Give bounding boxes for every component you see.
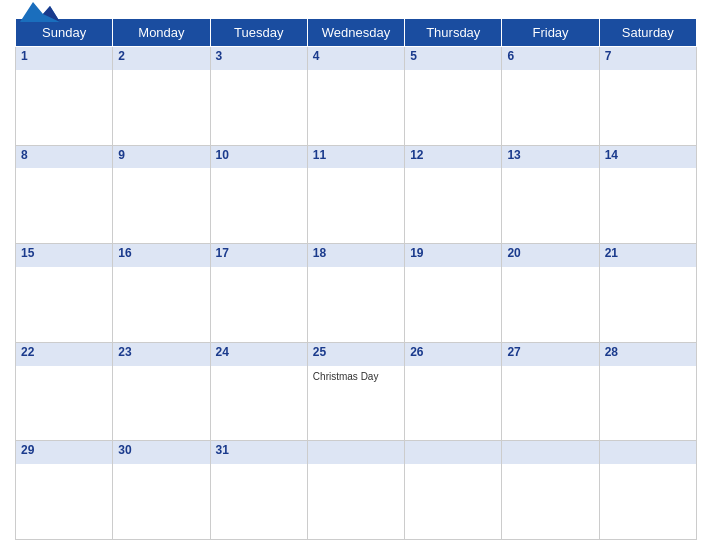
event-cell bbox=[16, 267, 113, 342]
day-header-tuesday: Tuesday bbox=[210, 19, 307, 47]
date-number: 17 bbox=[216, 246, 302, 260]
event-cell bbox=[599, 267, 696, 342]
event-cell bbox=[113, 267, 210, 342]
date-num-cell bbox=[307, 441, 404, 464]
date-number: 31 bbox=[216, 443, 302, 457]
date-number: 4 bbox=[313, 49, 399, 63]
date-num-cell: 24 bbox=[210, 342, 307, 365]
event-cell bbox=[599, 168, 696, 243]
date-number: 13 bbox=[507, 148, 593, 162]
event-cell bbox=[307, 267, 404, 342]
date-num-cell: 27 bbox=[502, 342, 599, 365]
event-cell bbox=[502, 70, 599, 145]
date-num-cell: 23 bbox=[113, 342, 210, 365]
date-number: 3 bbox=[216, 49, 302, 63]
date-number: 10 bbox=[216, 148, 302, 162]
date-num-cell: 22 bbox=[16, 342, 113, 365]
event-cell bbox=[502, 366, 599, 441]
date-number: 7 bbox=[605, 49, 691, 63]
event-cell bbox=[599, 70, 696, 145]
event-cell bbox=[210, 267, 307, 342]
week-event-row-4 bbox=[16, 464, 697, 539]
event-cell bbox=[210, 168, 307, 243]
event-cell bbox=[405, 464, 502, 539]
date-num-cell: 12 bbox=[405, 145, 502, 168]
date-num-cell: 5 bbox=[405, 47, 502, 70]
week-event-row-2 bbox=[16, 267, 697, 342]
date-num-cell: 2 bbox=[113, 47, 210, 70]
event-cell bbox=[113, 70, 210, 145]
date-number: 23 bbox=[118, 345, 204, 359]
logo bbox=[15, 0, 65, 28]
date-num-cell: 30 bbox=[113, 441, 210, 464]
day-header-wednesday: Wednesday bbox=[307, 19, 404, 47]
event-cell bbox=[502, 168, 599, 243]
date-number: 28 bbox=[605, 345, 691, 359]
date-num-cell bbox=[405, 441, 502, 464]
week-num-row-2: 15161718192021 bbox=[16, 244, 697, 267]
date-number: 5 bbox=[410, 49, 496, 63]
week-num-row-0: 1234567 bbox=[16, 47, 697, 70]
event-label: Christmas Day bbox=[313, 371, 399, 382]
event-cell bbox=[307, 168, 404, 243]
event-cell bbox=[599, 464, 696, 539]
date-number: 16 bbox=[118, 246, 204, 260]
date-num-cell: 25 bbox=[307, 342, 404, 365]
week-num-row-3: 22232425262728 bbox=[16, 342, 697, 365]
date-number: 19 bbox=[410, 246, 496, 260]
date-num-cell: 21 bbox=[599, 244, 696, 267]
event-cell bbox=[405, 168, 502, 243]
event-cell bbox=[16, 366, 113, 441]
date-num-cell: 18 bbox=[307, 244, 404, 267]
event-cell bbox=[502, 267, 599, 342]
week-event-row-3: Christmas Day bbox=[16, 366, 697, 441]
date-number: 2 bbox=[118, 49, 204, 63]
event-cell bbox=[405, 366, 502, 441]
date-number: 29 bbox=[21, 443, 107, 457]
date-num-cell: 28 bbox=[599, 342, 696, 365]
event-cell bbox=[502, 464, 599, 539]
date-num-cell: 16 bbox=[113, 244, 210, 267]
day-header-row: SundayMondayTuesdayWednesdayThursdayFrid… bbox=[16, 19, 697, 47]
date-number: 24 bbox=[216, 345, 302, 359]
week-event-row-0 bbox=[16, 70, 697, 145]
event-cell bbox=[16, 70, 113, 145]
date-num-cell bbox=[502, 441, 599, 464]
date-num-cell: 10 bbox=[210, 145, 307, 168]
date-number: 1 bbox=[21, 49, 107, 63]
event-cell bbox=[307, 464, 404, 539]
week-num-row-1: 891011121314 bbox=[16, 145, 697, 168]
event-cell: Christmas Day bbox=[307, 366, 404, 441]
date-num-cell: 15 bbox=[16, 244, 113, 267]
date-num-cell: 13 bbox=[502, 145, 599, 168]
date-num-cell: 4 bbox=[307, 47, 404, 70]
date-num-cell: 11 bbox=[307, 145, 404, 168]
date-number: 9 bbox=[118, 148, 204, 162]
event-cell bbox=[405, 70, 502, 145]
event-cell bbox=[210, 464, 307, 539]
date-num-cell: 19 bbox=[405, 244, 502, 267]
date-num-cell: 29 bbox=[16, 441, 113, 464]
date-number: 25 bbox=[313, 345, 399, 359]
event-cell bbox=[599, 366, 696, 441]
date-num-cell bbox=[599, 441, 696, 464]
day-header-saturday: Saturday bbox=[599, 19, 696, 47]
date-num-cell: 6 bbox=[502, 47, 599, 70]
event-cell bbox=[210, 70, 307, 145]
event-cell bbox=[210, 366, 307, 441]
event-cell bbox=[113, 168, 210, 243]
event-cell bbox=[113, 366, 210, 441]
date-number: 15 bbox=[21, 246, 107, 260]
date-num-cell: 14 bbox=[599, 145, 696, 168]
day-header-monday: Monday bbox=[113, 19, 210, 47]
date-number: 30 bbox=[118, 443, 204, 457]
event-cell bbox=[405, 267, 502, 342]
day-header-friday: Friday bbox=[502, 19, 599, 47]
date-number: 20 bbox=[507, 246, 593, 260]
date-num-cell: 31 bbox=[210, 441, 307, 464]
date-num-cell: 26 bbox=[405, 342, 502, 365]
date-number: 8 bbox=[21, 148, 107, 162]
date-number: 27 bbox=[507, 345, 593, 359]
week-event-row-1 bbox=[16, 168, 697, 243]
event-cell bbox=[16, 168, 113, 243]
